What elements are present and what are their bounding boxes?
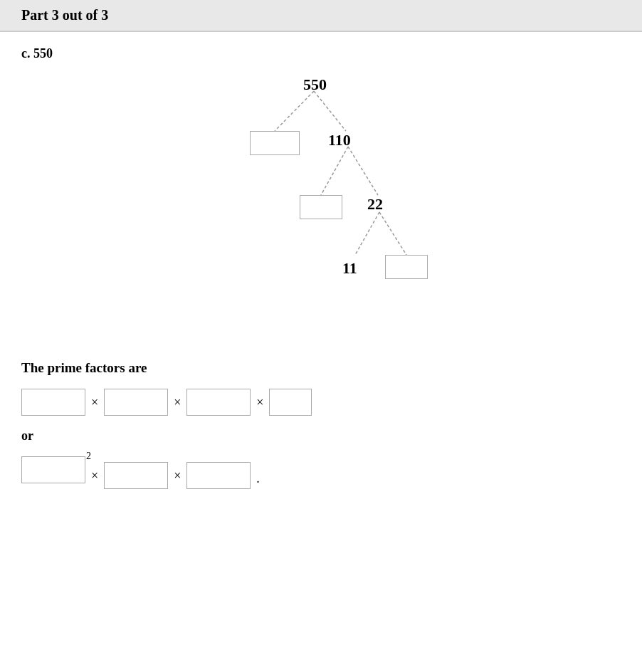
pf-input-6[interactable] xyxy=(186,462,251,489)
pf-input-field-1[interactable] xyxy=(22,389,85,415)
input-factor-5[interactable] xyxy=(251,132,299,154)
times-2: × xyxy=(174,395,181,410)
header-bar: Part 3 out of 3 xyxy=(0,0,642,32)
svg-line-3 xyxy=(348,147,378,195)
prime-factors-heading: The prime factors are xyxy=(21,360,621,376)
exp-container: 2 xyxy=(21,456,85,483)
exponent-2: 2 xyxy=(86,451,91,462)
times-exp-1: × xyxy=(91,468,98,483)
tree-node-11: 11 xyxy=(342,259,357,278)
svg-line-0 xyxy=(275,91,314,131)
pf-input-5[interactable] xyxy=(104,462,168,489)
content-area: c. 550 550 110 22 11 xyxy=(0,46,642,489)
pf-input-2[interactable] xyxy=(104,389,168,416)
pf-input-field-4[interactable] xyxy=(270,389,311,415)
section-label: c. 550 xyxy=(21,46,621,61)
svg-line-5 xyxy=(379,212,406,255)
pf-input-field-6[interactable] xyxy=(187,463,250,488)
svg-line-1 xyxy=(314,91,346,131)
times-3: × xyxy=(256,395,263,410)
times-1: × xyxy=(91,395,98,410)
tree-input-5[interactable] xyxy=(250,131,300,155)
svg-line-4 xyxy=(355,212,379,255)
header-title: Part 3 out of 3 xyxy=(21,7,108,23)
pf-input-exp[interactable] xyxy=(21,456,85,483)
factor-tree: 550 110 22 11 xyxy=(193,75,449,346)
pf-input-field-exp[interactable] xyxy=(22,457,85,483)
svg-line-2 xyxy=(321,147,348,195)
or-label: or xyxy=(21,429,621,443)
tree-node-22: 22 xyxy=(367,195,383,214)
factors-row-1: × × × xyxy=(21,389,621,416)
times-exp-2: × xyxy=(174,468,181,483)
tree-input-2b[interactable] xyxy=(385,255,428,279)
input-factor-2a[interactable] xyxy=(300,196,342,219)
pf-input-4[interactable] xyxy=(269,389,312,416)
pf-input-field-2[interactable] xyxy=(105,389,167,415)
factors-row-2: 2 × × . xyxy=(21,456,621,489)
pf-input-field-3[interactable] xyxy=(187,389,250,415)
input-factor-2b[interactable] xyxy=(386,256,427,278)
pf-input-1[interactable] xyxy=(21,389,85,416)
tree-input-2a[interactable] xyxy=(300,195,342,219)
pf-input-3[interactable] xyxy=(186,389,251,416)
pf-input-field-5[interactable] xyxy=(105,463,167,488)
period: . xyxy=(256,471,260,486)
tree-node-550: 550 xyxy=(303,75,327,94)
tree-node-110: 110 xyxy=(328,131,351,149)
